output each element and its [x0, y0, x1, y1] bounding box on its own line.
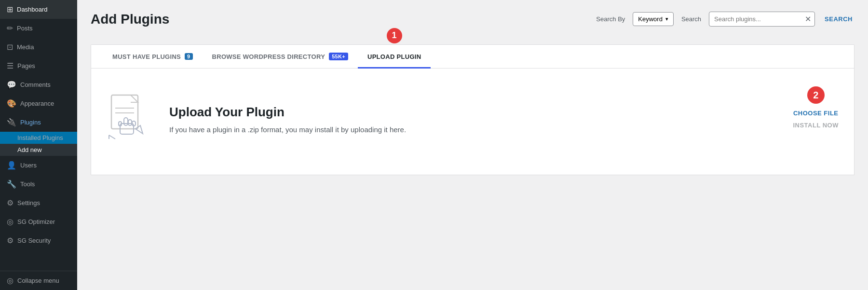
upload-file-icon	[107, 93, 150, 146]
clear-search-icon[interactable]: ✕	[805, 15, 811, 23]
sidebar-item-media[interactable]: ⊡ Media	[0, 38, 77, 56]
sidebar-item-label: Pages	[17, 62, 35, 69]
search-input[interactable]	[709, 12, 815, 27]
collapse-menu-button[interactable]: ◎ Collapse menu	[0, 271, 77, 290]
pages-icon: ☰	[7, 61, 14, 70]
search-row: Search By Keyword ▾ Search ✕ SEARCH	[596, 12, 854, 27]
tab-must-have[interactable]: MUST HAVE PLUGINS 9	[103, 45, 203, 68]
sidebar-item-label: Users	[20, 162, 37, 169]
tab-must-have-badge: 9	[185, 53, 192, 60]
sidebar-sub-installed-plugins[interactable]: Installed Plugins	[0, 132, 77, 144]
search-button[interactable]: SEARCH	[823, 13, 854, 26]
sidebar-item-label: Plugins	[20, 119, 41, 126]
media-icon: ⊡	[7, 42, 13, 52]
main-content: Add Plugins Search By Keyword ▾ Search ✕…	[77, 0, 868, 290]
sidebar-item-label: Media	[17, 43, 34, 51]
search-by-select[interactable]: Keyword ▾	[633, 12, 674, 26]
tabs-bar: MUST HAVE PLUGINS 9 BROWSE WORDPRESS DIR…	[91, 45, 854, 69]
sidebar-item-posts[interactable]: ✏ Posts	[0, 19, 77, 38]
collapse-menu-label: Collapse menu	[17, 277, 59, 284]
collapse-icon: ◎	[7, 276, 14, 285]
step-2-badge: 2	[807, 86, 825, 104]
sidebar-item-label: Dashboard	[17, 6, 48, 13]
sidebar-item-tools[interactable]: 🔧 Tools	[0, 175, 77, 193]
sidebar-item-label: Appearance	[20, 100, 54, 107]
sidebar-item-label: SG Security	[17, 237, 51, 244]
tab-browse-wp-badge: 55K+	[329, 53, 348, 60]
tab-browse-wp[interactable]: BROWSE WORDPRESS DIRECTORY 55K+	[203, 45, 358, 68]
sidebar-item-label: Tools	[20, 180, 35, 188]
plugins-icon: 🔌	[7, 118, 16, 127]
tools-icon: 🔧	[7, 180, 16, 189]
sidebar-item-label: Settings	[17, 199, 40, 207]
appearance-icon: 🎨	[7, 99, 16, 108]
svg-marker-10	[136, 125, 143, 134]
svg-rect-4	[124, 118, 128, 125]
tab-upload[interactable]: 1 UPLOAD PLUGIN	[358, 45, 431, 68]
sidebar-item-label: SG Optimizer	[17, 218, 55, 225]
upload-text-area: Upload Your Plugin If you have a plugin …	[169, 105, 773, 134]
sidebar-item-label: Posts	[17, 25, 33, 32]
dashboard-icon: ⊞	[7, 5, 13, 14]
users-icon: 👤	[7, 161, 16, 170]
upload-actions: 2 CHOOSE FILE INSTALL NOW	[793, 110, 839, 129]
sidebar-sub-add-new[interactable]: Add new	[0, 144, 77, 156]
tab-upload-label: UPLOAD PLUGIN	[367, 53, 421, 60]
sidebar: ⊞ Dashboard ✏ Posts ⊡ Media ☰ Pages 💬 Co…	[0, 0, 77, 290]
posts-icon: ✏	[7, 24, 13, 33]
upload-description: If you have a plugin in a .zip format, y…	[169, 125, 773, 134]
svg-rect-5	[128, 120, 132, 125]
sidebar-item-settings[interactable]: ⚙ Settings	[0, 193, 77, 212]
tab-must-have-label: MUST HAVE PLUGINS	[112, 53, 181, 60]
sidebar-item-appearance[interactable]: 🎨 Appearance	[0, 94, 77, 113]
sidebar-item-pages[interactable]: ☰ Pages	[0, 56, 77, 75]
search-label: Search	[681, 15, 701, 23]
sidebar-item-users[interactable]: 👤 Users	[0, 156, 77, 175]
install-now-button[interactable]: INSTALL NOW	[793, 122, 839, 129]
comments-icon: 💬	[7, 80, 16, 89]
sidebar-item-sg-optimizer[interactable]: ◎ SG Optimizer	[0, 212, 77, 231]
chevron-down-icon: ▾	[665, 16, 668, 22]
search-by-value: Keyword	[638, 15, 663, 23]
search-input-wrapper: ✕	[709, 12, 815, 27]
sidebar-item-dashboard[interactable]: ⊞ Dashboard	[0, 0, 77, 19]
sidebar-item-plugins[interactable]: 🔌 Plugins	[0, 113, 77, 132]
step-1-badge: 1	[387, 28, 402, 43]
svg-line-8	[109, 135, 115, 139]
choose-file-button[interactable]: CHOOSE FILE	[793, 110, 839, 117]
settings-icon: ⚙	[7, 198, 14, 207]
sg-security-icon: ⚙	[7, 236, 14, 245]
upload-panel: Upload Your Plugin If you have a plugin …	[91, 69, 854, 175]
sidebar-item-label: Comments	[20, 81, 51, 88]
sg-optimizer-icon: ◎	[7, 217, 14, 226]
upload-title: Upload Your Plugin	[169, 105, 773, 120]
tab-browse-wp-label: BROWSE WORDPRESS DIRECTORY	[212, 53, 326, 60]
search-by-label: Search By	[596, 15, 625, 23]
sidebar-item-sg-security[interactable]: ⚙ SG Security	[0, 231, 77, 250]
page-title: Add Plugins	[91, 12, 169, 27]
sidebar-item-comments[interactable]: 💬 Comments	[0, 75, 77, 94]
